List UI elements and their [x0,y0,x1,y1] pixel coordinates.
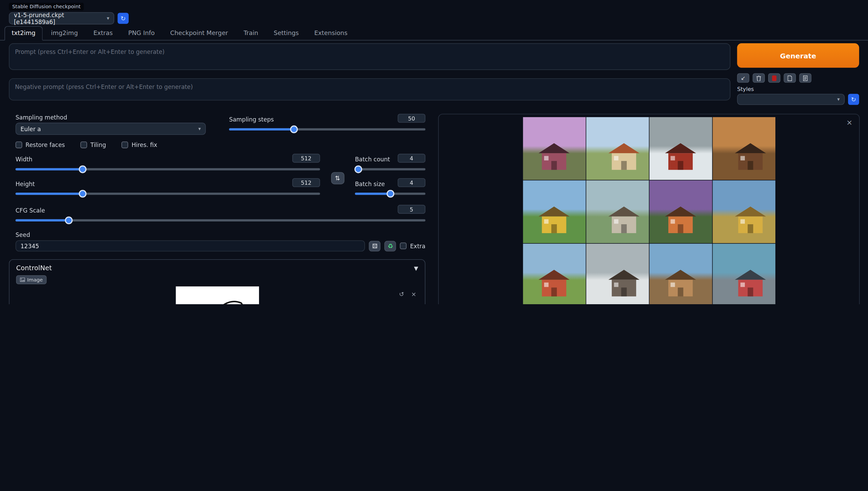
height-value[interactable]: 512 [292,178,320,187]
painted-house [738,153,762,170]
show-extra-networks-button[interactable] [768,73,781,82]
apply-styles-button[interactable] [784,73,796,82]
checkbox-label: Hires. fix [131,141,157,148]
width-label: Width [15,156,32,162]
checkpoint-dropdown[interactable]: v1-5-pruned.ckpt [e1441589a6] ▾ [9,12,114,25]
seed-extra-checkbox[interactable]: Extra [400,242,425,249]
cfg-scale-value[interactable]: 5 [398,205,425,214]
checkbox[interactable] [15,141,22,148]
refresh-styles-button[interactable]: ↻ [848,94,859,105]
tab-extensions[interactable]: Extensions [307,26,355,40]
gallery-image-7[interactable] [649,180,712,243]
controlnet-panel: ControlNet ▼ Image Start drawing [9,259,425,304]
recycle-icon: ♻ [388,242,393,250]
option-hires-fix-checkbox[interactable]: Hires. fix [121,141,157,148]
controlnet-draw-canvas[interactable]: Start drawing [176,286,259,304]
checkpoint-value: v1-5-pruned.ckpt [e1441589a6] [14,12,102,25]
paste-params-button[interactable]: ↙ [737,73,749,82]
painted-house [542,216,566,233]
painted-house [611,216,636,233]
draw-mode-button[interactable]: ✎ [408,302,417,304]
top-bar: Stable Diffusion checkpoint v1-5-pruned.… [0,0,868,25]
tab-png-info[interactable]: PNG Info [121,26,162,40]
sampling-method-value: Euler a [21,125,41,132]
refresh-icon: ↻ [120,15,126,21]
tab-img2img[interactable]: img2img [44,26,85,40]
tab-checkpoint-merger[interactable]: Checkpoint Merger [163,26,235,40]
gallery-image-9[interactable] [523,244,586,304]
save-style-button[interactable] [799,73,812,82]
gallery-image-11[interactable] [649,244,712,304]
gallery-image-2[interactable] [586,117,649,180]
batch-count-slider[interactable] [355,165,425,174]
trash-icon [756,75,761,81]
negative-prompt-input[interactable] [9,78,730,101]
gallery-image-10[interactable] [586,244,649,304]
painted-roof [538,206,570,216]
gallery-image-4[interactable] [713,117,775,180]
batch-size-slider[interactable] [355,189,425,198]
tab-extras[interactable]: Extras [86,26,120,40]
settings-column: Sampling method Euler a ▾ Sampling steps… [9,114,425,304]
gallery-image-12[interactable] [713,244,775,304]
painted-roof [608,143,640,153]
seed-input[interactable] [15,240,365,251]
dice-icon: ⚄ [372,242,377,250]
gallery-image-8[interactable] [713,180,775,243]
close-gallery-button[interactable]: × [846,119,853,126]
image-icon [20,277,25,282]
slider-handle[interactable] [355,165,363,173]
height-slider[interactable] [15,189,320,198]
slider-fill [355,193,390,195]
checkbox-label: Tiling [91,141,106,148]
red-card-icon [772,75,776,81]
batch-size-value[interactable]: 4 [398,178,425,187]
gallery-image-1[interactable] [523,117,586,180]
width-slider[interactable] [15,165,320,174]
refresh-checkpoint-button[interactable]: ↻ [118,13,129,24]
tab-txt2img[interactable]: txt2img [4,26,43,41]
arrow-down-left-icon: ↙ [741,75,746,81]
option-tiling-checkbox[interactable]: Tiling [80,141,106,148]
batch-count-value[interactable]: 4 [398,154,425,163]
checkbox[interactable] [400,242,407,249]
width-value[interactable]: 512 [292,154,320,163]
controlnet-accordion-header[interactable]: ControlNet ▼ [16,264,418,272]
controlnet-image-tab[interactable]: Image [16,275,47,284]
option-restore-faces-checkbox[interactable]: Restore faces [15,141,65,148]
undo-icon: ↺ [399,290,404,298]
styles-label: Styles [737,86,859,92]
slider-handle[interactable] [290,125,298,133]
prompt-input[interactable] [9,43,730,70]
reuse-seed-button[interactable]: ♻ [385,241,396,251]
checkbox[interactable] [121,141,128,148]
accordion-arrow-icon: ▼ [414,265,418,271]
painted-roof [735,143,766,153]
clear-canvas-button[interactable]: × [409,290,418,299]
height-label: Height [15,180,35,187]
generate-button[interactable]: Generate [737,43,859,68]
cfg-scale-slider[interactable] [15,216,425,225]
slider-handle[interactable] [386,190,394,198]
clear-prompt-button[interactable] [753,73,765,82]
random-seed-button[interactable]: ⚄ [369,241,381,251]
slider-handle[interactable] [79,190,86,198]
tab-train[interactable]: Train [236,26,266,40]
batch-size-label: Batch size [355,180,385,187]
styles-dropdown[interactable]: ▾ [737,94,845,105]
tab-settings[interactable]: Settings [267,26,306,40]
document-icon [788,75,792,81]
swap-width-height-button[interactable]: ⇅ [331,172,344,184]
gallery-image-6[interactable] [586,180,649,243]
gallery-image-3[interactable] [649,117,712,180]
controlnet-title: ControlNet [16,264,52,272]
gallery-image-5[interactable] [523,180,586,243]
slider-handle[interactable] [65,216,73,224]
undo-stroke-button[interactable]: ↺ [397,290,406,299]
sampling-steps-slider[interactable] [229,125,425,134]
sampling-steps-value[interactable]: 50 [398,114,425,123]
sampling-method-dropdown[interactable]: Euler a ▾ [15,123,206,135]
painted-house [668,216,692,233]
checkbox[interactable] [80,141,87,148]
slider-handle[interactable] [79,165,86,173]
